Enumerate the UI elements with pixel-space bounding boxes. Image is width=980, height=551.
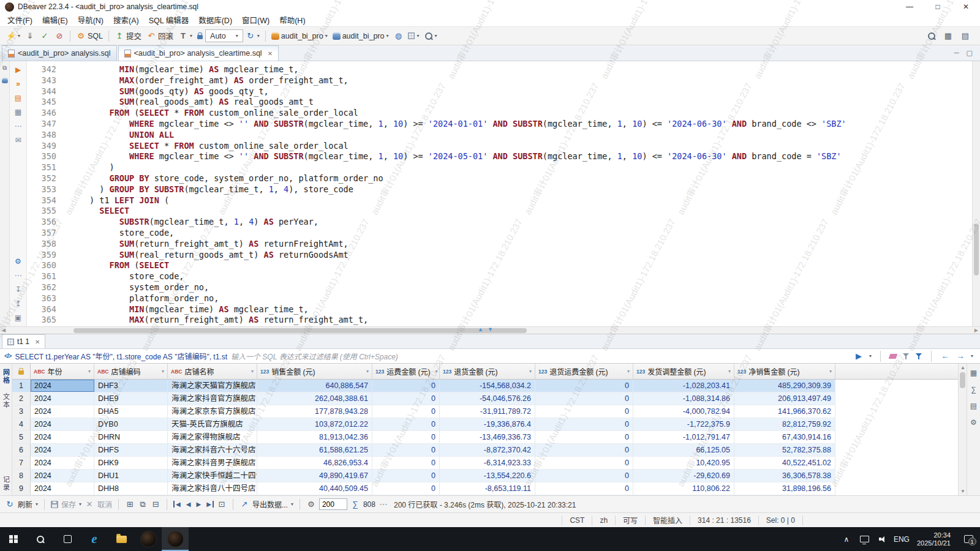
grid-cell[interactable]: 0 [535,392,633,405]
panel-sash-handle[interactable]: ▲▼ [478,326,493,332]
dbeaver-taskbar-button[interactable] [135,527,162,551]
next-row-icon[interactable]: ▶ [195,501,202,508]
first-row-icon[interactable]: ◀ [173,501,182,508]
grid-cell[interactable]: 262,048,388.61 [257,392,372,405]
filter-input[interactable]: 输入一个 SQL 表达式来过滤结果 (使用 Ctrl+Space) [231,351,850,361]
taskbar-clock[interactable]: 20:34 2025/10/21 [911,531,957,547]
editor-vertical-scrollbar[interactable] [972,61,980,326]
gear-icon[interactable]: ⚙ [13,257,23,266]
clear-filter-icon[interactable] [889,354,898,359]
results-tab-t1[interactable]: t1 1 ✕ [2,334,45,348]
column-header-8[interactable]: 123发货调整金额 (元)▾ [633,364,734,379]
view-tab-record[interactable]: 记录 [1,476,11,492]
grid-cell[interactable]: 2024 [31,431,94,443]
grid-cell[interactable]: 0 [535,418,633,430]
table-row[interactable]: 42024DYB0天猫-英氏官方旗舰店103,872,012.220-19,33… [12,418,835,431]
scroll-up-icon[interactable]: ▲ [960,365,965,370]
script-icon[interactable]: ▤ [13,94,23,102]
grid-cell[interactable]: 103,872,012.22 [257,418,372,430]
last-row-icon[interactable]: ▶ [205,501,214,508]
grid-cell[interactable]: 640,886,547 [257,380,372,392]
column-filter-icon[interactable]: ▾ [159,369,164,374]
duplicate-row-icon[interactable]: ⧉ [138,500,148,509]
previous-row-icon[interactable]: ◀ [185,501,192,508]
row-number-header[interactable] [12,364,31,379]
gear-icon[interactable]: ⚙ [306,500,316,509]
history-forward-icon[interactable]: → [956,351,965,361]
chevron-down-icon[interactable]: ▾ [79,501,81,507]
editor-horizontal-scrollbar[interactable]: ◀ ▲▼ ▶ [0,326,980,334]
grid-cell[interactable]: 海澜之家抖音官方旗舰店 [168,392,257,405]
refresh-icon[interactable]: ↻ [5,500,15,509]
menu-item-8[interactable]: 帮助(H) [274,13,310,27]
grid-cell[interactable]: 0 [372,431,440,443]
grid-cell[interactable]: 485,290,309.39 [734,380,835,392]
grid-cell[interactable]: -8,653,119.11 [440,482,535,495]
menu-item-3[interactable]: 导航(N) [73,13,108,27]
column-header-7[interactable]: 123退货运费金额 (元)▾ [535,364,633,379]
grid-cell[interactable]: -1,722,375.9 [633,418,734,430]
grid-cell[interactable]: -54,046,576.26 [440,392,535,405]
grid-cell[interactable]: 海澜之家抖音八十四号店 [168,482,257,495]
chevron-down-icon[interactable]: ▾ [869,353,872,359]
notification-center-button[interactable]: 1 [957,527,980,551]
tab-analysis-sql[interactable]: <audit_bi_pro> analysis.sql [2,45,117,61]
network-icon[interactable] [856,527,874,551]
row-number[interactable]: 3 [12,405,31,418]
row-number[interactable]: 6 [12,444,31,456]
sash-up-icon[interactable]: ▲ [478,326,483,332]
grid-cell[interactable]: 36,306,578.38 [734,470,835,482]
fetch-button[interactable]: ⇓ [23,29,37,43]
grid-cell[interactable]: DYB0 [94,418,168,430]
grid-cell[interactable]: 天猫-英氏官方旗舰店 [168,418,257,430]
column-filter-icon[interactable]: ▾ [726,369,731,374]
grid-cell[interactable]: 0 [535,431,633,443]
grid-cell[interactable]: DHH8 [94,482,168,495]
grid-cell[interactable]: 2024 [31,392,94,405]
filter-query-text[interactable]: SELECT t1.perYear AS "年份", t1.store_code… [15,351,227,361]
chevron-down-icon[interactable]: ▾ [36,501,38,507]
execute-statement-icon[interactable]: ▶ [13,66,23,74]
goto-row-icon[interactable]: ⊡ [217,500,227,509]
commit-button[interactable]: ↥提交 [112,28,144,43]
grid-cell[interactable]: 40,440,509.45 [257,482,372,495]
grid-cell[interactable]: 0 [372,457,440,469]
sash-down-icon[interactable]: ▼ [488,326,493,332]
grid-cell[interactable]: 110,806.22 [633,482,734,495]
grid-cell[interactable]: -1,012,791.47 [633,431,734,443]
edge-browser-button[interactable]: e [81,527,108,551]
load-from-file-icon[interactable]: ↥ [13,299,23,308]
row-number[interactable]: 5 [12,431,31,443]
start-button[interactable] [0,527,27,551]
apply-filter-icon[interactable]: ▶ [854,351,864,361]
column-header-2[interactable]: ABC店铺编码▾ [94,364,168,379]
grid-cell[interactable]: -19,336,876.4 [440,418,535,430]
grid-cell[interactable]: 40,522,451.02 [734,457,835,469]
caret-position[interactable]: 314 : 21 : 13516 [690,515,758,525]
grid-vertical-scrollbar[interactable]: ▲ ▼ [958,364,967,495]
panel-settings-icon[interactable]: ⚙ [970,418,977,427]
grid-cell[interactable]: DHK9 [94,457,168,469]
grid-cell[interactable]: -1,088,314.86 [633,392,734,405]
grid-cell[interactable]: 61,588,621.25 [257,444,372,456]
grid-cell[interactable]: DHFS [94,444,168,456]
file-explorer-button[interactable] [108,527,135,551]
grid-cell[interactable]: -1,028,203.41 [633,380,734,392]
grid-cell[interactable]: DHU1 [94,470,168,482]
grid-cell[interactable]: 2024 [31,470,94,482]
validate-button[interactable]: ✓ [37,29,52,43]
grid-cell[interactable]: 177,878,943.28 [257,405,372,418]
output-panel-icon[interactable]: ▣ [13,313,23,322]
network-status-button[interactable]: ◍ [391,29,405,43]
grid-cell[interactable]: 2024 [31,418,94,430]
grid-cell[interactable]: 0 [535,380,633,392]
grid-cell[interactable]: 2024 [31,405,94,418]
row-number[interactable]: 9 [12,482,31,495]
input-language[interactable]: ENG [892,527,911,551]
grid-cell[interactable]: 0 [535,457,633,469]
row-number[interactable]: 7 [12,457,31,469]
scrollbar-thumb[interactable] [960,372,965,388]
table-row[interactable]: 52024DHRN海澜之家得物旗舰店81,913,042.360-13,469,… [12,431,835,444]
disconnect-button[interactable]: ⊘ [52,29,67,43]
grid-cell[interactable]: 0 [535,470,633,482]
